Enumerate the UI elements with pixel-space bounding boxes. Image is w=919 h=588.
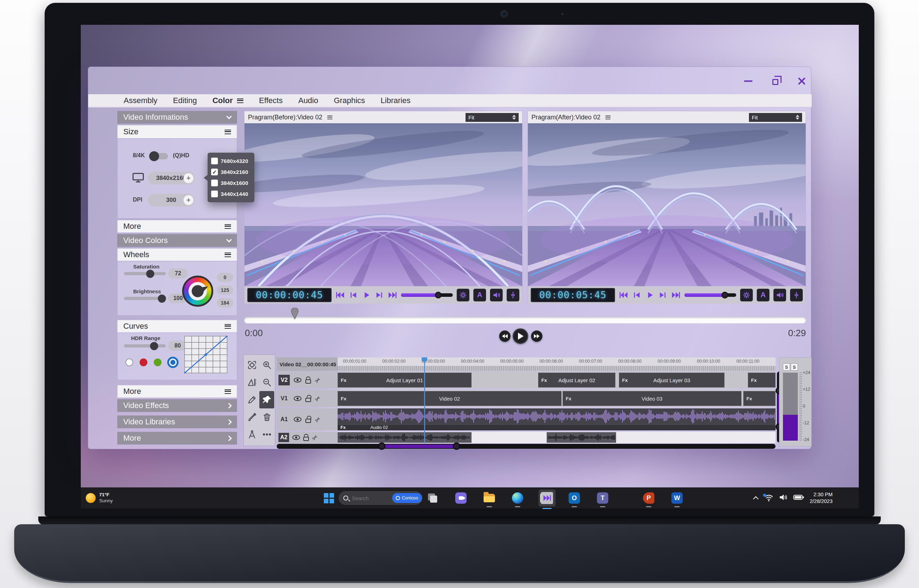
brush-tool[interactable] — [244, 409, 259, 426]
lock-icon[interactable] — [305, 380, 311, 384]
fit-select-after[interactable]: Fit — [749, 113, 802, 122]
checkbox-unchecked[interactable] — [211, 179, 218, 186]
clip-video-02[interactable]: FxVideo 02 — [338, 391, 562, 406]
ramp-tool[interactable] — [244, 374, 259, 391]
color-wheel[interactable] — [182, 276, 213, 307]
resolution-plus-icon[interactable]: + — [184, 173, 194, 183]
file-explorer-icon[interactable] — [483, 492, 495, 504]
curve-channel-white[interactable] — [125, 359, 133, 366]
menu-assembly[interactable]: Assembly — [124, 96, 157, 105]
task-view-button[interactable] — [426, 492, 439, 504]
settings-button[interactable] — [740, 289, 753, 301]
rewind-button[interactable] — [499, 331, 510, 342]
clip-partial[interactable]: Fx — [743, 391, 775, 406]
clock-widget[interactable]: 2:30 PM 2/28/2023 — [809, 491, 833, 505]
word-icon[interactable]: W — [671, 492, 683, 504]
close-button[interactable] — [795, 75, 808, 87]
teams-icon[interactable]: T — [597, 492, 609, 504]
before-progress-bar[interactable] — [401, 293, 453, 297]
sidebar-more-top[interactable]: More — [117, 220, 237, 233]
video-chat-app-icon[interactable] — [455, 492, 467, 504]
sidebar-more-bottom[interactable]: More — [117, 432, 237, 444]
dpi-stepper[interactable]: 300+ — [148, 194, 194, 207]
skip-start-button[interactable] — [336, 291, 345, 299]
after-progress-bar[interactable] — [685, 293, 736, 297]
visibility-eye-icon[interactable] — [294, 378, 302, 383]
menu-editing[interactable]: Editing — [173, 96, 197, 105]
lock-open-icon[interactable] — [305, 398, 311, 402]
scroll-handle-left[interactable] — [378, 443, 386, 450]
sidebar-video-libraries[interactable]: Video Libraries — [117, 415, 237, 428]
visibility-eye-icon[interactable] — [292, 435, 300, 440]
pin-tool[interactable] — [259, 391, 274, 409]
sequence-play-button[interactable] — [513, 328, 528, 344]
checkbox-unchecked[interactable] — [211, 191, 218, 197]
curve-channel-red[interactable] — [140, 359, 147, 366]
track-a1-lane[interactable]: FxAudio 02 — [338, 409, 775, 430]
fit-select-before[interactable]: Fit — [465, 113, 518, 122]
razor-button[interactable] — [790, 289, 803, 301]
audio-clip[interactable] — [547, 432, 616, 443]
clip-video-03[interactable]: FxVideo 03 — [563, 391, 741, 406]
next-frame-button[interactable] — [658, 291, 667, 299]
razor-button[interactable] — [507, 289, 519, 301]
restore-button[interactable] — [770, 75, 783, 87]
sidebar-size-header[interactable]: Size — [117, 125, 237, 139]
scissors-icon[interactable]: ✂ — [311, 433, 320, 442]
dpi-plus-icon[interactable]: + — [184, 195, 194, 205]
sidebar-video-informations[interactable]: Video Informations — [117, 111, 237, 124]
clip-adjust-layer-03[interactable]: FxAdjust Layer 03 — [619, 373, 725, 388]
clip-partial[interactable]: Fx — [748, 373, 775, 388]
resolution-mode-toggle[interactable] — [150, 153, 168, 159]
scroll-handle-right[interactable] — [453, 443, 460, 450]
resolution-option[interactable]: 3440x1440 — [211, 189, 251, 199]
volume-button[interactable] — [774, 289, 786, 301]
more-tools-ellipsis[interactable] — [259, 426, 274, 443]
tray-chevron-icon[interactable] — [753, 496, 759, 502]
track-target-tool[interactable] — [244, 356, 259, 374]
edge-browser-icon[interactable] — [512, 492, 523, 504]
menu-libraries[interactable]: Libraries — [381, 96, 410, 105]
preview-menu-icon[interactable] — [327, 115, 332, 119]
weather-widget[interactable]: 71°FSunny — [86, 488, 113, 509]
curve-channel-green[interactable] — [154, 359, 162, 366]
preview-menu-icon[interactable] — [606, 115, 611, 119]
clip-adjust-layer-01[interactable]: FxAdjust Layer 01 — [338, 373, 472, 388]
battery-icon[interactable] — [793, 494, 804, 502]
brightness-slider[interactable] — [124, 297, 166, 300]
audio-clip[interactable] — [338, 432, 472, 443]
saturation-slider[interactable] — [124, 272, 166, 275]
search-input[interactable] — [351, 495, 389, 502]
play-button[interactable] — [362, 291, 371, 299]
minimize-button[interactable] — [742, 75, 754, 87]
resolution-option[interactable]: 7680x4320 — [211, 155, 251, 166]
timeline-ruler[interactable]: 00:00:01:00 00:00:02:00 00:00:03:00 00:0… — [338, 357, 775, 366]
skip-end-button[interactable] — [388, 291, 397, 299]
zoom-in-tool[interactable] — [259, 356, 274, 374]
skip-start-button[interactable] — [619, 291, 628, 299]
start-button[interactable] — [324, 488, 334, 509]
search-bar[interactable]: Contoso — [339, 488, 422, 509]
scissors-icon[interactable]: ✂ — [313, 415, 322, 424]
sidebar-video-effects[interactable]: Video Effects — [117, 399, 237, 412]
contoso-badge[interactable]: Contoso — [392, 493, 422, 503]
compass-tool[interactable] — [244, 426, 259, 443]
checkbox-checked[interactable]: ✓ — [211, 169, 218, 175]
prev-frame-button[interactable] — [632, 291, 641, 299]
sidebar-more-mid[interactable]: More — [117, 385, 237, 398]
scissors-icon[interactable]: ✂ — [313, 376, 322, 384]
curve-graph[interactable] — [184, 336, 228, 373]
wifi-icon[interactable] — [764, 494, 774, 502]
fast-forward-button[interactable] — [531, 331, 543, 342]
volume-icon[interactable] — [779, 494, 788, 502]
lock-open-icon[interactable] — [305, 419, 311, 423]
outlook-icon[interactable]: O — [568, 492, 580, 504]
menu-audio[interactable]: Audio — [298, 96, 318, 105]
volume-button[interactable] — [490, 289, 503, 301]
video-editor-taskbar-icon[interactable] — [538, 488, 556, 509]
auto-button[interactable]: A — [757, 289, 769, 301]
checkbox-unchecked[interactable] — [211, 158, 218, 164]
prev-frame-button[interactable] — [349, 291, 358, 299]
pencil-tool[interactable] — [244, 391, 259, 409]
menu-effects[interactable]: Effects — [259, 96, 283, 105]
